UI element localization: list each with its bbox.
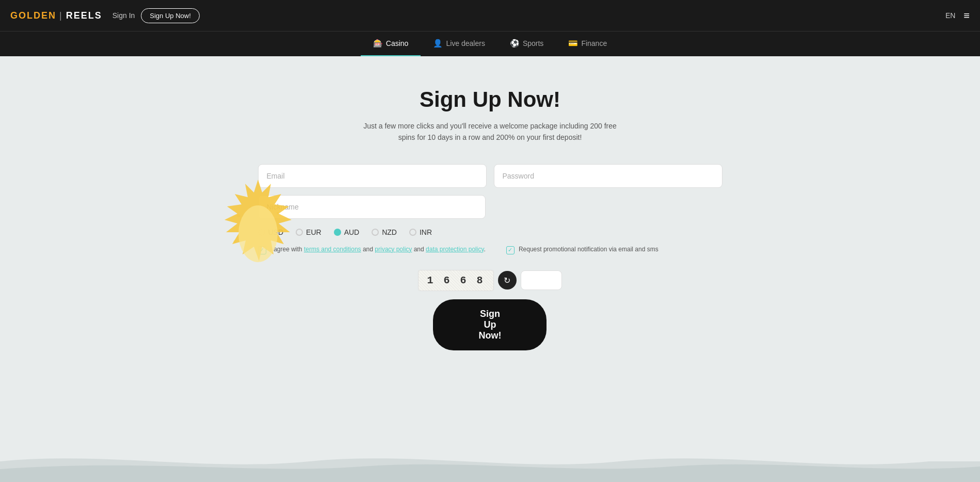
terms-link[interactable]: terms and conditions: [304, 246, 361, 253]
currency-nzd-label: NZD: [382, 228, 397, 236]
nav-live-dealers[interactable]: 👤 Live dealers: [421, 31, 497, 56]
captcha-input[interactable]: [521, 270, 562, 290]
signup-submit-button[interactable]: Sign Up Now!: [433, 299, 547, 350]
svg-point-0: [238, 205, 278, 262]
currency-nzd[interactable]: NZD: [372, 228, 397, 236]
header: GOLDEN | REELS Sign In Sign Up Now! EN ≡: [0, 0, 980, 31]
main-content: Sign Up Now! Just a few more clicks and …: [0, 56, 980, 392]
wave-footer: [0, 441, 980, 482]
captcha-section: 1 6 6 8 ↻ Sign Up Now!: [418, 270, 561, 350]
page-subtitle: Just a few more clicks and you'll receiv…: [361, 120, 619, 143]
signup-form-area: USD EUR AUD NZD INR: [258, 164, 722, 254]
promo-text: Request promotional notification via ema…: [519, 246, 658, 253]
language-button[interactable]: EN: [945, 11, 955, 20]
nav-casino[interactable]: 🎰 Casino: [361, 31, 421, 56]
currency-eur[interactable]: EUR: [296, 228, 322, 236]
currency-aud[interactable]: AUD: [334, 228, 360, 236]
password-field[interactable]: [494, 164, 722, 188]
header-right: EN ≡: [945, 10, 970, 22]
header-sign-up-button[interactable]: Sign Up Now!: [141, 8, 199, 23]
promo-checkbox[interactable]: [506, 246, 515, 254]
logo-reels: REELS: [66, 10, 102, 21]
radio-nzd: [372, 229, 379, 236]
captcha-refresh-button[interactable]: ↻: [498, 271, 517, 290]
svg-point-3: [233, 240, 236, 243]
logo-golden: GOLDEN: [10, 10, 56, 21]
captcha-image: 1 6 6 8: [418, 270, 493, 291]
currency-row: USD EUR AUD NZD INR: [258, 226, 722, 238]
nav-finance-label: Finance: [581, 39, 607, 47]
radio-inr: [409, 229, 416, 236]
nav-sports[interactable]: ⚽ Sports: [497, 31, 556, 56]
privacy-link[interactable]: privacy policy: [375, 246, 412, 253]
captcha-code: 1 6 6 8: [427, 275, 485, 286]
casino-icon: 🎰: [373, 39, 383, 48]
currency-aud-label: AUD: [344, 228, 360, 236]
logo: GOLDEN | REELS: [10, 10, 102, 21]
currency-inr-label: INR: [420, 228, 432, 236]
email-password-row: [258, 164, 722, 188]
sign-in-button[interactable]: Sign In: [113, 11, 135, 20]
sports-icon: ⚽: [510, 39, 520, 48]
nav-bar: 🎰 Casino 👤 Live dealers ⚽ Sports 💳 Finan…: [0, 31, 980, 56]
currency-inr[interactable]: INR: [409, 228, 432, 236]
svg-point-1: [237, 214, 240, 217]
nav-live-dealers-label: Live dealers: [446, 39, 485, 47]
nickname-row: [258, 195, 722, 219]
promo-checkbox-row: Request promotional notification via ema…: [506, 246, 658, 254]
nav-casino-label: Casino: [386, 39, 409, 47]
radio-aud: [334, 229, 341, 236]
data-protection-link[interactable]: data protection policy: [426, 246, 484, 253]
nav-finance[interactable]: 💳 Finance: [556, 31, 619, 56]
captcha-row: 1 6 6 8 ↻: [418, 270, 561, 291]
finance-icon: 💳: [568, 39, 578, 48]
page-title: Sign Up Now!: [420, 87, 560, 112]
currency-eur-label: EUR: [306, 228, 322, 236]
hamburger-menu-icon[interactable]: ≡: [963, 10, 970, 22]
svg-point-2: [277, 212, 279, 214]
nav-sports-label: Sports: [523, 39, 543, 47]
header-auth: Sign In Sign Up Now!: [113, 8, 200, 23]
live-dealers-icon: 👤: [433, 39, 443, 48]
sun-decoration: [217, 174, 299, 288]
form-fields: USD EUR AUD NZD INR: [258, 164, 722, 254]
checkbox-area: I agree with terms and conditions and pr…: [258, 246, 722, 254]
terms-text: I agree with terms and conditions and pr…: [270, 246, 486, 253]
